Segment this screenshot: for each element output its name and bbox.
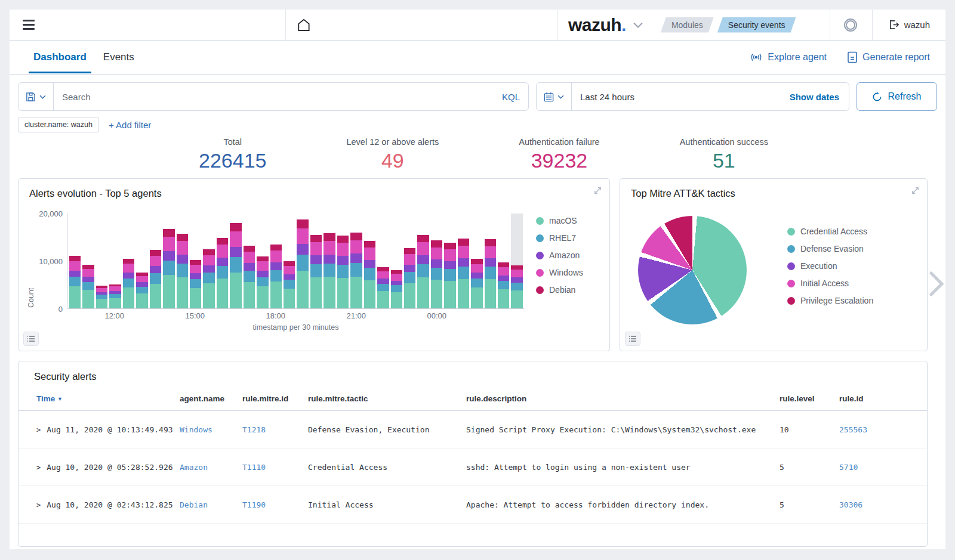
stacked-bar[interactable] [96,286,107,308]
legend-item[interactable]: Windows [536,268,583,277]
tab-dashboard[interactable]: Dashboard [25,42,95,73]
stacked-bar[interactable] [458,239,469,308]
stacked-bar[interactable] [350,233,362,308]
legend-item[interactable]: Amazon [536,250,583,260]
bar-segment-macOS [257,286,268,308]
explore-agent-button[interactable]: Explore agent [750,52,827,63]
stacked-bar[interactable] [377,267,389,308]
list-icon [629,335,637,342]
row-expander-icon[interactable]: > [36,426,41,434]
legend-item[interactable]: Execution [787,261,873,271]
expand-icon[interactable] [593,186,602,195]
cell-rule-mitre-id[interactable]: T1190 [238,486,303,524]
generate-report-button[interactable]: Generate report [847,51,930,63]
row-expander-icon[interactable]: > [36,463,41,472]
cell-agent-name[interactable]: Windows [175,411,238,448]
stacked-bar[interactable] [498,262,509,308]
cell-rule-mitre-tactic: Defense Evasion, Execution [303,411,461,448]
legend-item[interactable]: RHEL7 [536,233,583,243]
filter-pill[interactable]: cluster.name: wazuh [18,117,99,132]
bar-segment-Debian [485,239,496,246]
cell-rule-id[interactable]: 5710 [834,448,927,486]
stacked-bar[interactable] [177,234,188,308]
saved-queries-button[interactable] [19,83,54,110]
refresh-button[interactable]: Refresh [857,82,937,111]
stacked-bar[interactable] [431,240,442,308]
cell-rule-id[interactable]: 30306 [834,486,927,524]
expand-icon[interactable] [911,186,920,195]
column-header-time[interactable]: Time ▼ [19,388,175,411]
cell-rule-mitre-id[interactable]: T1110 [238,448,303,486]
cell-rule-mitre-tactic: Initial Access [303,486,461,524]
pie-chart: Credential AccessDefense EvasionExecutio… [620,203,927,324]
stacked-bar[interactable] [69,256,81,308]
stacked-bar[interactable] [136,273,147,308]
cell-rule-id[interactable]: 255563 [834,411,927,448]
bar-plot [67,214,524,309]
stacked-bar[interactable] [230,223,241,308]
stacked-bar[interactable] [471,259,482,308]
kql-toggle[interactable]: KQL [494,83,528,110]
wazuh-logo[interactable]: wazuh. [568,15,626,35]
legend-item[interactable]: Initial Access [787,279,873,288]
bar-segment-Windows [257,261,268,271]
cell-rule-mitre-id[interactable]: T1218 [238,411,303,448]
legend-item[interactable]: Defense Evasion [787,244,873,253]
stacked-bar[interactable] [511,265,522,308]
panel-menu-button[interactable] [625,332,640,346]
stacked-bar[interactable] [203,249,214,308]
show-dates-button[interactable]: Show dates [780,92,849,102]
next-page-chevron-icon[interactable] [929,271,944,297]
stacked-bar[interactable] [82,264,94,308]
bar-segment-Debian [417,235,429,242]
legend-swatch [536,234,544,242]
stacked-bar[interactable] [244,246,255,308]
breadcrumb-modules[interactable]: Modules [661,17,714,33]
stacked-bar[interactable] [190,260,201,308]
stacked-bar[interactable] [310,235,322,308]
chevron-down-icon[interactable] [633,22,643,28]
add-filter-button[interactable]: + Add filter [109,120,151,130]
stacked-bar[interactable] [150,250,161,308]
search-input[interactable] [54,83,494,110]
logout-user[interactable]: wazuh [888,19,930,30]
legend-item[interactable]: Debian [536,285,583,295]
stacked-bar[interactable] [324,233,335,308]
time-range-value[interactable]: Last 24 hours [572,92,780,102]
row-expander-icon[interactable]: > [36,501,41,509]
x-axis-title: timestamp per 30 minutes [67,323,524,332]
tab-events[interactable]: Events [95,42,143,73]
bar-segment-Debian [190,260,201,265]
legend-item[interactable]: Credential Access [787,227,873,236]
stacked-bar[interactable] [109,284,121,308]
stacked-bar[interactable] [364,241,375,308]
health-status-icon[interactable] [844,18,857,32]
stacked-bar[interactable] [163,229,174,308]
legend-item[interactable]: Privilege Escalation [787,296,873,305]
cell-agent-name[interactable]: Debian [175,486,238,524]
legend-item[interactable]: macOS [536,216,583,225]
home-icon[interactable] [296,17,312,33]
stacked-bar[interactable] [391,270,402,308]
legend-swatch [787,280,795,287]
stacked-bar[interactable] [123,259,134,308]
legend-label: Amazon [549,250,580,260]
panel-menu-button[interactable] [23,332,39,346]
stacked-bar[interactable] [404,248,415,308]
menu-icon[interactable] [23,20,35,30]
stacked-bar[interactable] [444,243,455,308]
stacked-bar[interactable] [284,261,295,309]
stacked-bar[interactable] [217,238,228,308]
bar-slot [96,214,107,308]
stacked-bar[interactable] [297,219,308,308]
stacked-bar[interactable] [257,256,268,308]
stacked-bar[interactable] [337,236,349,308]
bar-slot [190,214,201,308]
cell-agent-name[interactable]: Amazon [175,448,238,486]
stacked-bar[interactable] [270,245,282,308]
stacked-bar[interactable] [485,239,496,308]
calendar-button[interactable] [537,83,572,110]
stacked-bar[interactable] [417,235,429,308]
logout-icon [888,19,899,30]
pie[interactable] [638,216,747,324]
